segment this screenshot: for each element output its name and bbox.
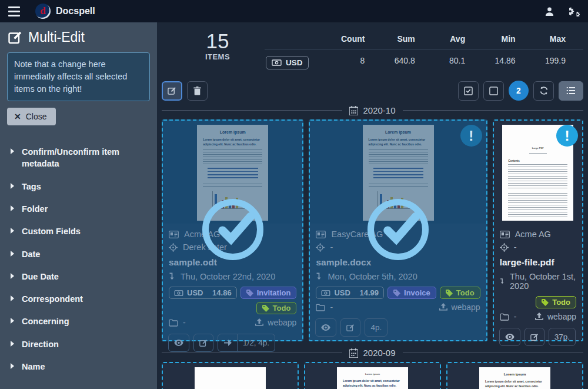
stats-header-count: Count: [332, 32, 382, 49]
card-actions: 1/2, 4p.: [163, 331, 302, 357]
item-card-sample-odt[interactable]: Lorem ipsum Lorem ipsum dolor sit amet, …: [162, 119, 303, 341]
item-cards-row-1: Lorem ipsum Lorem ipsum dolor sit amet, …: [162, 119, 583, 341]
money-icon: [174, 290, 183, 296]
settings-gears-icon[interactable]: [567, 6, 580, 16]
sidebar-item-tags[interactable]: Tags: [7, 175, 150, 198]
sidebar-item-concerning[interactable]: Concerning: [7, 310, 150, 333]
stats-value-avg: 80.1: [433, 49, 483, 75]
stats-header-min: Min: [483, 32, 533, 49]
eye-icon: [505, 334, 514, 340]
item-date-row: Thu, October 22nd, 2020: [169, 272, 296, 281]
tag-badge[interactable]: Todo: [536, 296, 576, 308]
view-item-button[interactable]: [499, 328, 520, 346]
next-attachment-button[interactable]: [218, 334, 238, 352]
edit-item-button[interactable]: [524, 328, 544, 346]
brand-name: Docspell: [56, 6, 95, 16]
id-card-icon: [316, 231, 326, 238]
selection-toolbar: 2: [162, 81, 583, 101]
list-view-button[interactable]: [559, 81, 583, 101]
folder-icon: [316, 304, 325, 311]
document-preview[interactable]: Lorem ipsum Lorem ipsum dolor sit amet, …: [305, 363, 440, 389]
tag-icon: [446, 290, 453, 297]
sidebar-item-direction[interactable]: Direction: [7, 333, 150, 355]
tag-badge[interactable]: Todo: [440, 287, 480, 299]
sidebar-item-name[interactable]: Name: [7, 355, 150, 378]
sidebar-item-custom-fields[interactable]: Custom Fields: [7, 220, 150, 242]
square-icon: [489, 87, 498, 95]
sidebar-item-correspondent[interactable]: Correspondent: [7, 288, 150, 310]
item-name[interactable]: large-file.pdf: [500, 257, 576, 268]
hamburger-menu-icon[interactable]: [8, 6, 20, 16]
sidebar-item-date[interactable]: Date: [7, 243, 150, 265]
item-card-large-file-pdf[interactable]: ! Large PDF Contents Acme AG: [493, 119, 583, 341]
alert-exclamation-icon: !: [460, 125, 482, 147]
amount-badge[interactable]: USD 14.86: [169, 287, 237, 299]
view-item-button[interactable]: [315, 318, 336, 337]
id-card-icon: [500, 231, 510, 238]
deselect-all-button[interactable]: [483, 81, 504, 101]
sidebar-item-due-date[interactable]: Due Date: [7, 265, 150, 288]
page-count-button[interactable]: 4p.: [365, 318, 387, 337]
tag-badge[interactable]: Invoice: [387, 287, 436, 299]
amount-badge[interactable]: USD 14.99: [316, 287, 384, 299]
page-count-button[interactable]: 1/2, 4p.: [238, 334, 275, 352]
stats-value-sum: 640.8: [382, 49, 432, 75]
refresh-button[interactable]: [533, 81, 554, 101]
caret-right-icon: [11, 295, 14, 301]
tag-list: USD 14.99 Invoice Todo: [316, 287, 480, 299]
user-icon[interactable]: [544, 6, 554, 16]
item-card-lorem-odt[interactable]: Lorem ipsum Lorem ipsum dolor sit amet, …: [446, 362, 583, 389]
tag-icon: [542, 299, 549, 306]
selected-check-icon: [368, 199, 429, 260]
stats-value-max: 199.9: [533, 49, 583, 75]
sidebar-item-confirm-metadata[interactable]: Confirm/Unconfirm item metadata: [7, 141, 150, 175]
item-date-row: Thu, October 1st, 2020: [500, 272, 576, 291]
document-preview[interactable]: Keywords in PDF: [163, 363, 298, 389]
tag-icon: [393, 290, 400, 297]
item-list-area: 15 ITEMS Count Sum Avg Min Max USD: [157, 22, 588, 389]
upload-icon: [439, 303, 447, 311]
folder-source-row: - webapp: [500, 308, 576, 321]
close-icon: ✕: [14, 112, 21, 121]
document-preview[interactable]: Lorem ipsum Lorem ipsum dolor sit amet, …: [447, 363, 582, 389]
money-icon: [321, 290, 330, 296]
item-card-keywords-pdf[interactable]: Keywords in PDF: [162, 362, 299, 389]
page-count-button[interactable]: 37p.: [549, 328, 576, 346]
concerning-row: -: [500, 242, 576, 252]
delete-selected-button[interactable]: [187, 81, 208, 101]
money-icon: [272, 59, 282, 66]
sidebar-title: Multi-Edit: [8, 29, 150, 45]
stats-header-avg: Avg: [433, 32, 483, 49]
edit-icon: [346, 324, 355, 332]
view-item-button[interactable]: [168, 334, 189, 352]
card-actions: 37p.: [494, 325, 582, 351]
sidebar-item-folder[interactable]: Folder: [7, 198, 150, 220]
item-card-sample-docx[interactable]: ! Lorem ipsum Lorem ipsum dolor sit amet…: [309, 119, 487, 341]
close-button[interactable]: ✕ Close: [7, 108, 56, 125]
edit-selected-button[interactable]: [162, 81, 182, 101]
tag-icon: [246, 290, 253, 297]
arrow-down-icon: [500, 277, 505, 286]
edit-item-button[interactable]: [340, 318, 360, 337]
upload-icon: [255, 318, 263, 327]
caret-right-icon: [11, 341, 14, 347]
eye-icon: [321, 324, 330, 331]
brand[interactable]: d Docspell: [35, 4, 95, 19]
item-card-lorem-docx[interactable]: Lorem ipsum Lorem ipsum dolor sit amet, …: [304, 362, 441, 389]
tag-badge[interactable]: Todo: [256, 302, 297, 314]
edit-item-button[interactable]: [193, 334, 213, 352]
tag-badge[interactable]: Invitation: [240, 287, 297, 299]
edit-icon: [199, 339, 208, 347]
item-date-row: Mon, October 5th, 2020: [316, 272, 480, 281]
docspell-logo-icon: d: [35, 4, 51, 19]
tag-list: USD 14.86 Invitation Todo: [169, 287, 296, 314]
alert-exclamation-icon: !: [556, 125, 578, 147]
month-divider-2020-10: 2020-10: [162, 105, 583, 115]
select-all-button[interactable]: [458, 81, 479, 101]
folder-icon: [500, 313, 509, 321]
caret-right-icon: [11, 205, 14, 211]
top-navbar: d Docspell: [0, 0, 588, 22]
folder-source-row: - webapp: [316, 299, 480, 312]
edit-icon: [8, 31, 22, 45]
item-cards-row-2: Keywords in PDF Lorem ipsum Lorem ipsum …: [162, 362, 583, 389]
